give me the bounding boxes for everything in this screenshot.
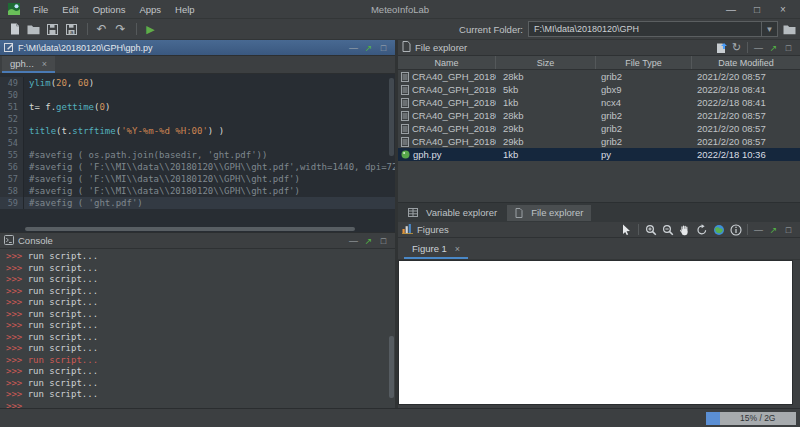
- code-line-55[interactable]: 55#savefig ( os.path.join(basedir, 'ght.…: [0, 149, 395, 161]
- code-line-59[interactable]: 59#savefig ( 'ght.pdf'): [0, 197, 395, 209]
- code-line-51[interactable]: 51t= f.gettime(0): [0, 101, 395, 113]
- console-line: >>> run script...: [6, 274, 395, 286]
- column-header-file-type[interactable]: File Type: [596, 56, 692, 69]
- file-explorer-header[interactable]: File explorer ↻ —↗□: [398, 40, 800, 56]
- float-panel-icon[interactable]: ↗: [361, 41, 376, 55]
- float-panel-icon[interactable]: ↗: [766, 223, 781, 237]
- toolbar-separator: [747, 224, 748, 235]
- table-row-gph-py[interactable]: gph.py1kbpy2022/2/18 10:36: [398, 148, 800, 161]
- console-panel-controls: —↗□: [346, 234, 391, 248]
- zoom-in-icon[interactable]: [643, 222, 658, 237]
- chevron-down-icon[interactable]: ▼: [761, 22, 777, 36]
- table-row-cra40-gph-2018012-[interactable]: CRA40_GPH_2018012...1kbncx42022/2/18 08:…: [398, 96, 800, 109]
- console-prompt: >>>: [6, 401, 22, 409]
- minimize-panel-icon[interactable]: —: [751, 223, 766, 237]
- open-file-icon[interactable]: [25, 21, 42, 38]
- console-prompt: >>>: [6, 320, 28, 330]
- undo-icon[interactable]: ↶: [93, 21, 110, 38]
- tab-gph-py[interactable]: gph... ×: [2, 56, 55, 73]
- line-number: 53: [0, 125, 24, 137]
- save-as-icon[interactable]: a: [63, 21, 80, 38]
- line-content: title(t.strftime('%Y-%m-%d %H:00') ): [24, 125, 224, 137]
- code-line-54[interactable]: 54: [0, 137, 395, 149]
- code-editor[interactable]: 49ylim(20, 60)5051t= f.gettime(0)5253tit…: [0, 74, 395, 232]
- active-tab-underline: [404, 257, 468, 259]
- close-figure-icon[interactable]: ×: [455, 244, 460, 254]
- tab-variable-explorer[interactable]: Variable explorer: [400, 205, 505, 221]
- table-row-cra40-gph-2018012-[interactable]: CRA40_GPH_2018012...29kbgrib22021/2/20 0…: [398, 122, 800, 135]
- code-line-52[interactable]: 52: [0, 113, 395, 125]
- column-header-date-modified[interactable]: Date Modified: [692, 56, 800, 69]
- console-prompt: >>>: [6, 286, 28, 296]
- code-line-56[interactable]: 56#savefig ( 'F:\\MI\\data\\20180120\\GP…: [0, 161, 395, 173]
- console-vertical-scrollbar[interactable]: [389, 336, 394, 398]
- zoom-out-icon[interactable]: [660, 222, 675, 237]
- cell-type: grib2: [596, 110, 692, 121]
- maximize-panel-icon[interactable]: □: [781, 41, 796, 55]
- minimize-window-icon[interactable]: —: [718, 0, 744, 18]
- console-prompt: >>>: [6, 355, 28, 365]
- menu-bar: MeteoInfoLab FileEditOptionsAppsHelp —□×: [0, 0, 800, 19]
- rotate-icon[interactable]: [694, 222, 709, 237]
- memory-text: 15% / 2G: [720, 412, 797, 425]
- info-icon[interactable]: [728, 222, 743, 237]
- table-row-cra40-gph-2018012-[interactable]: CRA40_GPH_2018012...5kbgbx92022/2/18 08:…: [398, 83, 800, 96]
- console-header[interactable]: Console —↗□: [0, 233, 395, 249]
- toolbar-separator: [638, 224, 639, 235]
- maximize-window-icon[interactable]: □: [744, 0, 770, 18]
- minimize-panel-icon[interactable]: —: [346, 41, 361, 55]
- figures-header[interactable]: Figures —↗□: [398, 222, 800, 238]
- code-line-58[interactable]: 58#savefig ( 'F:\\MI\\data\\20180120\\GP…: [0, 185, 395, 197]
- memory-indicator[interactable]: 15% / 2G: [706, 412, 796, 425]
- menu-help[interactable]: Help: [168, 3, 202, 16]
- save-icon[interactable]: [44, 21, 61, 38]
- tab-figure-1[interactable]: Figure 1 ×: [404, 240, 468, 259]
- console-line: >>> run script...: [6, 378, 395, 390]
- minimize-panel-icon[interactable]: —: [751, 41, 766, 55]
- new-script-icon[interactable]: [6, 21, 23, 38]
- redo-icon[interactable]: ↷: [112, 21, 129, 38]
- run-script-icon[interactable]: ▶: [142, 21, 159, 38]
- minimize-panel-icon[interactable]: —: [346, 234, 361, 248]
- code-line-49[interactable]: 49ylim(20, 60): [0, 77, 395, 89]
- tab-file-explorer[interactable]: File explorer: [507, 205, 591, 221]
- pan-hand-icon[interactable]: [677, 222, 692, 237]
- editor-vertical-scrollbar[interactable]: [389, 78, 394, 156]
- menu-options[interactable]: Options: [86, 3, 133, 16]
- figure-canvas[interactable]: [398, 260, 793, 405]
- code-line-53[interactable]: 53title(t.strftime('%Y-%m-%d %H:00') ): [0, 125, 395, 137]
- code-line-57[interactable]: 57#savefig ( 'F:\\MI\\data\\20180120\\GP…: [0, 173, 395, 185]
- close-window-icon[interactable]: ×: [770, 0, 796, 18]
- table-row-cra40-gph-2018012-[interactable]: CRA40_GPH_2018012...28kbgrib22021/2/20 0…: [398, 109, 800, 122]
- maximize-panel-icon[interactable]: □: [376, 234, 391, 248]
- globe-icon[interactable]: [711, 222, 726, 237]
- table-row-cra40-gph-2018012-[interactable]: CRA40_GPH_2018012...28kbgrib22021/2/20 0…: [398, 70, 800, 83]
- line-content: ylim(20, 60): [24, 77, 94, 89]
- refresh-icon[interactable]: ↻: [729, 41, 744, 55]
- float-panel-icon[interactable]: ↗: [766, 41, 781, 55]
- current-folder-label: Current Folder:: [459, 24, 523, 35]
- console-line: >>> run script...: [6, 320, 395, 332]
- file-table-rows: CRA40_GPH_2018012...28kbgrib22021/2/20 0…: [398, 70, 800, 161]
- column-header-name[interactable]: Name: [398, 56, 496, 69]
- float-panel-icon[interactable]: ↗: [361, 234, 376, 248]
- maximize-panel-icon[interactable]: □: [781, 223, 796, 237]
- code-line-50[interactable]: 50: [0, 89, 395, 101]
- menu-edit[interactable]: Edit: [55, 3, 85, 16]
- select-cursor-icon[interactable]: [619, 222, 634, 237]
- cell-date: 2021/2/20 08:57: [692, 71, 800, 82]
- current-folder-combobox[interactable]: F:\MI\data\20180120\GPH ▼: [528, 21, 778, 37]
- line-content: #savefig ( os.path.join(basedir, 'ght.pd…: [24, 149, 267, 161]
- browse-folder-icon[interactable]: [783, 24, 796, 35]
- close-tab-icon[interactable]: ×: [42, 59, 47, 69]
- menu-apps[interactable]: Apps: [132, 3, 168, 16]
- console-output[interactable]: >>> run script...>>> run script...>>> ru…: [0, 249, 395, 408]
- table-row-cra40-gph-2018012-[interactable]: CRA40_GPH_2018012...29kbgrib22021/2/20 0…: [398, 135, 800, 148]
- parent-folder-icon[interactable]: [714, 41, 729, 55]
- column-header-size[interactable]: Size: [496, 56, 596, 69]
- editor-title-bar[interactable]: F:\MI\data\20180120\GPH\gph.py —↗□: [0, 40, 395, 56]
- console-input-prompt[interactable]: >>>: [6, 401, 395, 409]
- maximize-panel-icon[interactable]: □: [376, 41, 391, 55]
- menu-file[interactable]: File: [26, 3, 55, 16]
- editor-horizontal-scrollbar[interactable]: [25, 227, 355, 231]
